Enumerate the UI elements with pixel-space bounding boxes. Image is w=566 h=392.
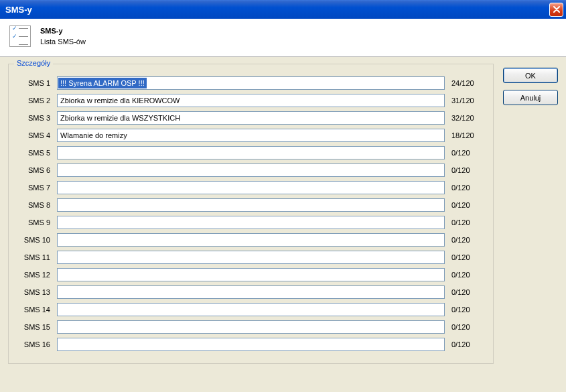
sms-input[interactable] (57, 129, 445, 142)
sms-row: SMS 110/120 (19, 251, 482, 264)
sms-row: SMS 150/120 (19, 320, 482, 334)
ok-button[interactable]: OK (503, 68, 558, 83)
list-icon: ✓ ✓ ✓ (9, 25, 31, 47)
sms-input[interactable] (57, 94, 445, 107)
sms-label: SMS 16 (19, 340, 50, 348)
sms-label: SMS 5 (19, 149, 50, 157)
sms-char-count: 0/120 (451, 306, 482, 314)
close-icon (553, 6, 560, 13)
sms-row: SMS 418/120 (19, 129, 482, 142)
sms-label: SMS 3 (19, 114, 50, 122)
sms-char-count: 32/120 (451, 114, 482, 122)
sms-label: SMS 8 (19, 201, 50, 209)
sms-label: SMS 7 (19, 184, 50, 192)
sms-row: SMS 160/120 (19, 338, 482, 351)
sms-input[interactable]: !!! Syrena ALARM OSP !!! (57, 76, 445, 90)
sms-row: SMS 50/120 (19, 146, 482, 159)
sms-row: SMS 90/120 (19, 216, 482, 229)
sms-label: SMS 4 (19, 131, 50, 139)
groupbox-label: Szczegóły (14, 59, 53, 67)
sms-row: SMS 332/120 (19, 111, 482, 125)
cancel-button[interactable]: Anuluj (503, 90, 558, 105)
content-area: Szczegóły SMS 1!!! Syrena ALARM OSP !!!2… (0, 57, 566, 372)
side-buttons: OK Anuluj (503, 64, 558, 105)
sms-input[interactable] (57, 146, 445, 159)
sms-char-count: 0/120 (451, 166, 482, 174)
sms-label: SMS 14 (19, 306, 50, 314)
sms-char-count: 0/120 (451, 201, 482, 209)
sms-row: SMS 120/120 (19, 268, 482, 281)
sms-char-count: 0/120 (451, 323, 482, 331)
sms-input[interactable] (57, 285, 445, 299)
sms-row: SMS 60/120 (19, 164, 482, 177)
sms-label: SMS 2 (19, 96, 50, 105)
sms-row: SMS 100/120 (19, 233, 482, 247)
sms-char-count: 0/120 (451, 340, 482, 348)
sms-label: SMS 13 (19, 288, 50, 296)
sms-char-count: 31/120 (451, 96, 482, 105)
sms-input[interactable] (57, 233, 445, 247)
header-subtitle: Lista SMS-ów (40, 38, 86, 46)
sms-input[interactable] (57, 111, 445, 125)
sms-label: SMS 6 (19, 166, 50, 174)
sms-char-count: 0/120 (451, 271, 482, 279)
sms-char-count: 0/120 (451, 288, 482, 296)
sms-char-count: 24/120 (451, 79, 482, 87)
sms-label: SMS 15 (19, 323, 50, 331)
sms-input[interactable] (57, 251, 445, 264)
window-title: SMS-y (5, 5, 549, 15)
sms-input[interactable] (57, 303, 445, 316)
close-button[interactable] (549, 3, 563, 17)
sms-char-count: 0/120 (451, 236, 482, 244)
sms-label: SMS 11 (19, 253, 50, 261)
header-title: SMS-y (40, 27, 86, 35)
sms-char-count: 0/120 (451, 184, 482, 192)
sms-char-count: 18/120 (451, 131, 482, 139)
sms-row: SMS 80/120 (19, 198, 482, 212)
sms-input-selected-text: !!! Syrena ALARM OSP !!! (58, 78, 147, 88)
header-strip: ✓ ✓ ✓ SMS-y Lista SMS-ów (0, 19, 566, 57)
titlebar[interactable]: SMS-y (0, 0, 566, 19)
sms-char-count: 0/120 (451, 253, 482, 261)
sms-row: SMS 231/120 (19, 94, 482, 107)
sms-row: SMS 140/120 (19, 303, 482, 316)
sms-row: SMS 70/120 (19, 181, 482, 194)
sms-char-count: 0/120 (451, 149, 482, 157)
sms-input[interactable] (57, 198, 445, 212)
details-groupbox: Szczegóły SMS 1!!! Syrena ALARM OSP !!!2… (8, 64, 494, 364)
sms-label: SMS 12 (19, 271, 50, 279)
sms-input[interactable] (57, 320, 445, 334)
sms-input[interactable] (57, 216, 445, 229)
sms-input[interactable] (57, 268, 445, 281)
sms-input[interactable] (57, 181, 445, 194)
sms-input[interactable] (57, 164, 445, 177)
sms-label: SMS 9 (19, 218, 50, 226)
sms-label: SMS 10 (19, 236, 50, 244)
sms-row: SMS 130/120 (19, 285, 482, 299)
sms-char-count: 0/120 (451, 218, 482, 226)
sms-label: SMS 1 (19, 79, 50, 87)
sms-input[interactable] (57, 338, 445, 351)
sms-row: SMS 1!!! Syrena ALARM OSP !!!24/120 (19, 76, 482, 90)
